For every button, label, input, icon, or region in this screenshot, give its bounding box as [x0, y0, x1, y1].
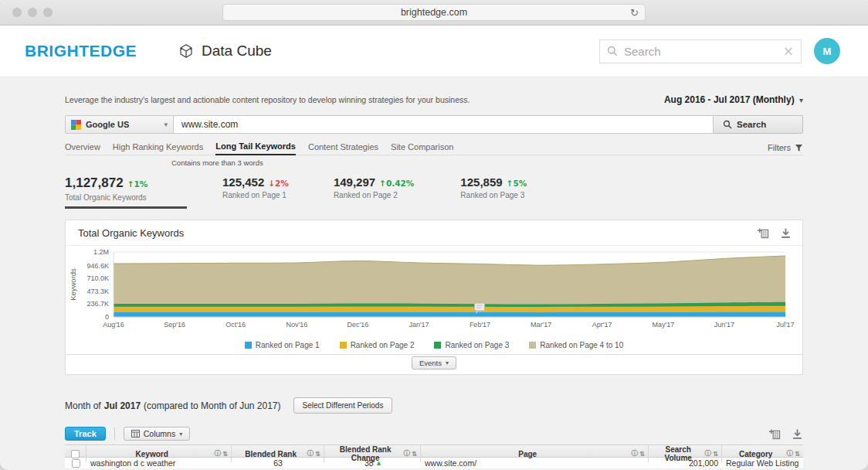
svg-text:Jul'17: Jul'17	[776, 321, 794, 329]
svg-text:Oct'16: Oct'16	[225, 321, 246, 329]
track-button[interactable]: Track	[65, 427, 106, 441]
page-cell: www.site.com/	[421, 458, 649, 468]
close-window-button[interactable]	[12, 8, 22, 17]
svg-text:Jun'17: Jun'17	[714, 321, 734, 329]
legend-item[interactable]: Ranked on Page 1	[245, 341, 320, 349]
select-all-checkbox[interactable]	[71, 450, 80, 458]
global-search-box[interactable]: ×	[599, 39, 802, 63]
app-header: BRIGHTEDGE Data Cube × M	[0, 26, 868, 77]
legend-item[interactable]: Ranked on Page 4 to 10	[529, 341, 623, 349]
stat-total-organic-keywords[interactable]: 1,127,872 ↑1% Total Organic Keywords	[65, 175, 187, 209]
period-current: Jul 2017	[104, 400, 141, 411]
caret-down-icon: ▾	[799, 96, 803, 104]
filters-button[interactable]: Filters	[768, 143, 803, 155]
svg-text:Feb'17: Feb'17	[470, 321, 490, 329]
stats-row: 1,127,872 ↑1% Total Organic Keywords 125…	[65, 175, 803, 209]
svg-text:473.3K: 473.3K	[86, 288, 109, 295]
svg-text:Keywords: Keywords	[69, 268, 77, 301]
info-icon[interactable]: ⓘ	[631, 449, 638, 458]
active-tab-hint: Contains more than 3 words	[171, 158, 803, 167]
tab-overview[interactable]: Overview	[65, 142, 100, 155]
stat-label: Ranked on Page 2	[334, 191, 414, 199]
product-title-label: Data Cube	[202, 43, 272, 60]
organic-keywords-panel: Total Organic Keywords 0236.7K473.3K710.…	[65, 220, 803, 375]
clear-search-icon[interactable]: ×	[783, 45, 794, 58]
svg-text:Mar'17: Mar'17	[531, 321, 551, 329]
row-checkbox[interactable]	[72, 459, 80, 468]
svg-text:710.0K: 710.0K	[86, 274, 109, 282]
info-icon[interactable]: ⓘ	[704, 449, 711, 458]
sort-icon[interactable]: ⇅	[639, 450, 645, 458]
legend-item[interactable]: Ranked on Page 3	[434, 341, 509, 349]
legend-swatch	[340, 342, 347, 349]
sort-icon[interactable]: ⇅	[795, 450, 800, 458]
columns-grid-icon	[131, 430, 140, 438]
filter-funnel-icon	[795, 144, 803, 152]
tab-content-strategies[interactable]: Content Strategies	[308, 142, 378, 155]
global-search-input[interactable]	[624, 45, 783, 58]
svg-text:Jan'17: Jan'17	[409, 321, 429, 329]
product-title: Data Cube	[178, 43, 272, 60]
date-range-selector[interactable]: Aug 2016 - Jul 2017 (Monthly) ▾	[664, 94, 803, 105]
engine-label: Google US	[86, 120, 129, 129]
zoom-window-button[interactable]	[43, 8, 53, 17]
sort-icon[interactable]: ⇅	[315, 450, 320, 458]
keyword-cell: washington d c weather	[86, 458, 232, 468]
search-button[interactable]: Search	[714, 115, 803, 134]
stat-ranked-page-2[interactable]: 149,297 ↑0.42% Ranked on Page 2	[334, 175, 414, 209]
svg-text:Nov'16: Nov'16	[286, 321, 307, 329]
info-icon[interactable]: ⓘ	[307, 449, 314, 458]
url-bar[interactable]: brightedge.com ↻	[222, 4, 646, 21]
tab-long-tail-keywords[interactable]: Long Tail Keywords	[215, 141, 296, 155]
add-to-dashboard-icon[interactable]	[757, 227, 769, 239]
svg-text:1.2M: 1.2M	[93, 248, 109, 256]
period-prefix: Month of	[65, 400, 101, 411]
events-button[interactable]: Events ▾	[412, 356, 456, 370]
browser-window: brightedge.com ↻ BRIGHTEDGE Data Cube × …	[0, 0, 868, 470]
sort-icon[interactable]: ⇅	[412, 450, 417, 458]
legend-label: Ranked on Page 2	[351, 341, 415, 349]
events-strip: Events ▾	[66, 354, 802, 374]
tab-high-ranking-keywords[interactable]: High Ranking Keywords	[113, 142, 203, 155]
sort-icon[interactable]: ⇅	[713, 450, 718, 458]
download-icon[interactable]	[792, 428, 803, 440]
page-content: Leverage the industry's largest and acti…	[0, 77, 868, 470]
toolbar-divider	[114, 427, 115, 440]
up-triangle-icon: ▲	[377, 460, 381, 466]
period-row: Month of Jul 2017 (compared to Month of …	[65, 397, 803, 414]
search-engine-select[interactable]: Google US ▾	[65, 115, 174, 134]
legend-label: Ranked on Page 3	[445, 341, 509, 349]
info-icon[interactable]: ⓘ	[214, 449, 221, 458]
url-text: brightedge.com	[401, 7, 467, 18]
table-header-row: Keyword ⓘ⇅ Blended Rank ⓘ⇅ Blended Rank …	[65, 444, 803, 458]
organic-keywords-chart[interactable]: 0236.7K473.3K710.0K946.6K1.2MKeywordsAug…	[66, 246, 802, 335]
category-cell: Regular Web Listing	[722, 458, 803, 468]
tab-site-comparison[interactable]: Site Comparison	[391, 142, 453, 155]
svg-text:Apr'17: Apr'17	[592, 321, 612, 329]
domain-input[interactable]	[174, 115, 714, 134]
svg-text:0: 0	[105, 313, 109, 321]
info-icon[interactable]: ⓘ	[403, 449, 410, 458]
date-range-label: Aug 2016 - Jul 2017 (Monthly)	[664, 94, 795, 105]
stat-label: Total Organic Keywords	[65, 193, 187, 202]
stat-ranked-page-1[interactable]: 125,452 ↓2% Ranked on Page 1	[222, 175, 289, 209]
user-avatar[interactable]: M	[814, 38, 840, 64]
add-to-dashboard-icon[interactable]	[768, 428, 781, 440]
search-button-label: Search	[737, 120, 766, 129]
select-periods-button[interactable]: Select Different Periods	[293, 397, 393, 414]
table-row[interactable]: washington d c weather 63 38▲ www.site.c…	[65, 458, 803, 469]
browser-chrome: brightedge.com ↻	[0, 0, 868, 26]
info-icon[interactable]: ⓘ	[786, 449, 793, 458]
page-subtitle: Leverage the industry's largest and acti…	[65, 95, 470, 104]
keywords-table: Keyword ⓘ⇅ Blended Rank ⓘ⇅ Blended Rank …	[65, 444, 803, 470]
download-icon[interactable]	[780, 227, 792, 239]
legend-item[interactable]: Ranked on Page 2	[340, 341, 415, 349]
google-icon	[71, 120, 81, 130]
sort-icon[interactable]: ⇅	[222, 450, 228, 458]
refresh-icon[interactable]: ↻	[630, 8, 639, 18]
stat-ranked-page-3[interactable]: 125,859 ↑5% Ranked on Page 3	[460, 175, 527, 209]
legend-label: Ranked on Page 1	[256, 341, 320, 349]
minimize-window-button[interactable]	[28, 8, 37, 17]
caret-down-icon: ▾	[164, 121, 168, 128]
columns-button[interactable]: Columns ▾	[124, 427, 190, 441]
